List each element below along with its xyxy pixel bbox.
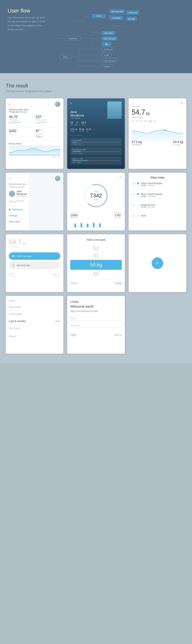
avg-label: Avg	[58, 156, 60, 158]
add-new-goal-btn[interactable]: ⊕ Add a new goal	[9, 252, 60, 260]
step-time-4: 8:54	[132, 215, 137, 217]
refresh-icon[interactable]: ↻	[119, 176, 122, 179]
filter-cancel-btn[interactable]: Cancel	[9, 335, 60, 338]
min-steps-item: Jul 14 2015 1782 Min steps	[114, 212, 122, 218]
welcome-text: Welcome back Jana, Things look allright.	[9, 108, 60, 113]
wa-min-stat: 53.4 Min weight	[53, 273, 60, 278]
svg-rect-59	[93, 223, 95, 227]
steps-unit: Steps	[90, 198, 102, 200]
bpm-value: 87bpm	[36, 129, 60, 133]
wa-weight-display: 54.7 kg	[9, 238, 60, 246]
goal-row-3: Steps per day 3342 / 10000	[70, 156, 122, 164]
login-welcome-title: Welcome back!	[70, 304, 122, 308]
steps-item-2: 11:0 Place in South Gregorian 32 min 142…	[132, 193, 183, 201]
back-arrow-steps-today[interactable]: ←	[132, 176, 135, 179]
menu-user-avatar	[9, 190, 15, 197]
back-arrow-steps[interactable]: ←	[70, 176, 73, 179]
active-dot	[9, 209, 10, 210]
menu-item-add-goal[interactable]: Add a goal	[9, 219, 60, 224]
wa-weight-unit: kg	[22, 242, 26, 245]
steps-bar-chart	[70, 222, 122, 227]
svg-text:Goal detail: Goal detail	[112, 17, 120, 19]
steps-timeline	[70, 222, 122, 227]
divider	[9, 127, 60, 127]
tab-may[interactable]: May	[144, 120, 147, 122]
svg-text:Dashboard: Dashboard	[69, 38, 77, 40]
menu-item-dashboard[interactable]: Dashboard	[9, 207, 60, 213]
screen-dashboard-card: ≡ Welcome back Jana, Things look allrigh…	[6, 98, 63, 169]
menu-item-settings[interactable]: Settings	[9, 213, 60, 219]
empty-placeholder	[129, 296, 186, 354]
menu-user-name: Jana	[16, 190, 27, 193]
email-input[interactable]	[70, 316, 122, 321]
step-dot-1	[137, 182, 139, 184]
screen-profile-card: ≡ Jana Novakova 57% of goals 22 Age A Bl…	[67, 98, 125, 169]
screen-add-goal: Add a new goal 52 51 50 kg 50 Cancel Cre…	[67, 234, 125, 291]
screens-row-3: 54.7 kg Body weight ⊕ Add a new goal ↑ A…	[6, 234, 186, 292]
filter-last-6months[interactable]: Last 6 months	[9, 318, 60, 325]
tab-july[interactable]: July	[153, 120, 156, 122]
add-new-data-btn[interactable]: ↑ Add new data	[9, 262, 60, 269]
weight-display: 54.7 kg	[132, 108, 183, 116]
tab-mar[interactable]: Mar	[136, 120, 139, 122]
check-icon: ✓	[156, 260, 159, 266]
login-actions: Login Sign up	[70, 333, 122, 336]
screen-success-card: ✓	[129, 234, 186, 292]
user-avatar[interactable]	[55, 102, 60, 107]
weight-goal-label: Your goal 50 kg	[132, 144, 183, 146]
filter-period-label: Period	[9, 300, 60, 302]
svg-rect-61	[99, 224, 101, 227]
filter-last-month[interactable]: Last month	[9, 310, 60, 318]
result-title: The result	[6, 83, 186, 89]
calories-label: Calories burned	[36, 119, 60, 121]
password-input[interactable]	[70, 323, 122, 328]
filter-last-year[interactable]: Last year	[9, 325, 60, 332]
svg-text:Add a new goal: Add a new goal	[103, 38, 115, 40]
signup-link[interactable]: Sign up	[115, 334, 122, 336]
step-dot-col-2	[137, 193, 139, 201]
step-dot-col-4	[137, 215, 139, 216]
menu-user-surname: Novakova	[16, 193, 27, 196]
settings-icon-weight[interactable]: ⚙	[181, 102, 183, 105]
tab-june[interactable]: June	[148, 120, 152, 122]
steps-center-display: Today 7342 Steps	[90, 191, 102, 200]
step-time-2: 11:0	[132, 194, 137, 196]
step-dot-col-1	[137, 182, 139, 190]
svg-text:Profile: Profile	[104, 54, 109, 56]
create-goal-btn[interactable]: Create	[115, 282, 122, 284]
num-50-selected[interactable]: 50 kg	[70, 260, 122, 270]
cancel-goal-btn[interactable]: Cancel	[70, 282, 77, 284]
tab-apr[interactable]: Apr	[140, 120, 142, 122]
login-button[interactable]: Login	[70, 333, 76, 336]
svg-rect-55	[81, 223, 82, 227]
num-52: 52	[93, 245, 99, 252]
menu-icon[interactable]: ≡	[9, 102, 10, 106]
login-welcome-desc: Sign in to continue to Lines.	[70, 310, 122, 313]
goal-rows: Lose weight 0.5 kg / 8 kg Running per we…	[70, 138, 122, 164]
screens-row-1: ≡ Welcome back Jana, Things look allrigh…	[6, 98, 186, 169]
screen-steps: ← ↻ Today 7342 Steps	[67, 173, 125, 230]
temp-sparkline	[9, 121, 20, 124]
svg-rect-53	[74, 224, 76, 227]
steps-metric: 3342 Steps	[9, 129, 33, 139]
menu-hamburger[interactable]: ≡	[9, 177, 10, 180]
activity-chart	[9, 146, 60, 155]
flow-diagram: Profile Add a new goal Goal detail Delet…	[54, 6, 181, 68]
screen-menu: ≡ Welcome back Jana, Things look alright…	[6, 173, 63, 230]
bpm-sparkline	[36, 135, 45, 138]
tab-feb[interactable]: Feb	[132, 120, 134, 122]
svg-text:Delete goal: Delete goal	[128, 12, 137, 14]
menu-avatar-icon[interactable]	[55, 176, 60, 181]
step-stats-2: 32 min 1423 steps	[141, 195, 183, 197]
step-dot-2	[137, 193, 139, 195]
user-flow-description: User flow shows what user can do in the …	[8, 16, 46, 32]
back-arrow-weight[interactable]: ←	[132, 102, 135, 105]
weight-chart-svg	[132, 124, 183, 143]
profile-stats: 22 Age A Blood t. 20.4 BMI	[70, 121, 122, 126]
step-place-3: Restaurant Cora	[141, 204, 183, 206]
menu-status: Things look alright.	[9, 186, 60, 188]
calories-value: 537cal	[36, 115, 60, 119]
filter-last-week[interactable]: Last week	[9, 304, 60, 310]
screen-login: Lines Welcome back! Sign in to continue …	[67, 296, 125, 340]
data-btn-icon: ↑	[11, 264, 15, 267]
